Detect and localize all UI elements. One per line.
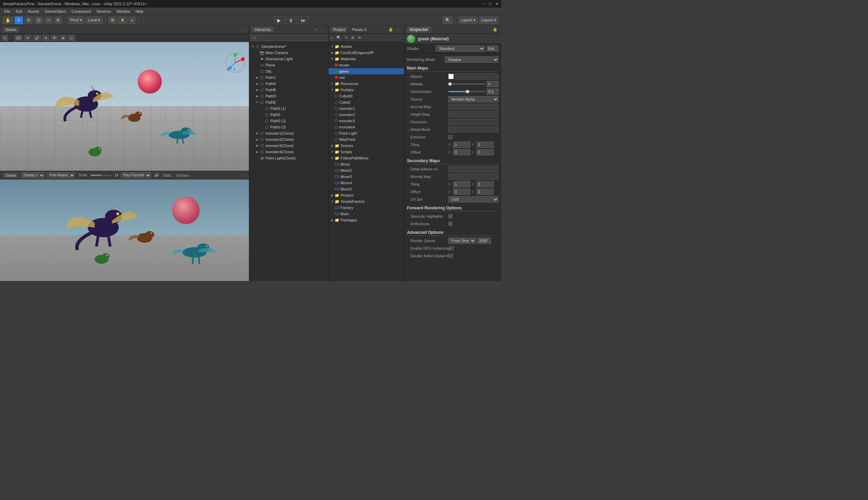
height-map-slot[interactable] <box>448 111 499 117</box>
speaker-btn[interactable]: 🔊 <box>153 173 160 178</box>
double-sided-checkbox[interactable] <box>449 254 453 258</box>
hierarchy-item-monster2[interactable]: ▶ ⬡ monster2(Clone) <box>249 136 328 143</box>
scale-tool[interactable]: ⊡ <box>34 17 43 24</box>
search-btn[interactable]: 🔍 <box>443 17 453 24</box>
project-fourdragons[interactable]: ▶ 📁 FourEvilDragonsHP <box>328 50 404 56</box>
step-button[interactable]: ⏭ <box>298 17 309 24</box>
grid-toggle[interactable]: ⊞ <box>108 17 116 24</box>
project-factory[interactable]: C# Factory <box>328 205 404 211</box>
hierarchy-item-samplescene[interactable]: ▼ ⬡ SampleScene* <box>249 43 328 50</box>
transform-tool[interactable]: ⊞ <box>54 17 62 24</box>
grid-settings[interactable]: ≡ <box>129 17 136 24</box>
layout-btn[interactable]: Layout ▾ <box>479 17 499 24</box>
project-materials[interactable]: ▼ 📁 Materials <box>328 56 404 62</box>
rendering-mode-select[interactable]: Opaque <box>445 56 499 63</box>
project-add-btn[interactable]: + <box>330 35 334 40</box>
project-pointlight[interactable]: ⬡ Point Light <box>328 130 404 136</box>
albedo-swatch[interactable] <box>448 74 454 79</box>
menu-assets[interactable]: Assets <box>25 9 42 14</box>
emission-checkbox[interactable] <box>448 135 452 139</box>
hierarchy-item-pointlight[interactable]: ⊙ Point Light(Clone) <box>249 155 328 161</box>
hierarchy-item-monster1[interactable]: ▶ ⬡ monster1(Clone) <box>249 130 328 136</box>
project-packages[interactable]: ▶ 📁 Packages <box>328 217 404 223</box>
hierarchy-item-path0-2[interactable]: ⬡ Path0 (2) <box>249 118 328 124</box>
maximize-btn[interactable]: □ <box>489 2 491 6</box>
hierarchy-item-dirlight[interactable]: ☀ Directional Light <box>249 56 328 62</box>
detail-albedo-slot[interactable] <box>448 166 499 172</box>
hierarchy-item-pathe[interactable]: ▼ ⬡ PathE <box>249 99 328 105</box>
panel-menu-btn[interactable]: ⋮ <box>242 27 246 32</box>
render-queue-select[interactable]: From Shader <box>448 238 476 244</box>
shader-select[interactable]: Standard <box>436 45 485 52</box>
project-monster4[interactable]: ⬡ monster4 <box>328 124 404 130</box>
project-settings-btn[interactable]: ⚙ <box>357 35 362 40</box>
tiling2-x-input[interactable] <box>453 181 470 187</box>
project-scenes[interactable]: ▶ 📁 Scenes <box>328 143 404 149</box>
project-refresh-btn[interactable]: ↻ <box>344 35 349 40</box>
menu-gameobject[interactable]: GameObject <box>42 9 69 14</box>
play-focused-select[interactable]: Play Focused <box>121 172 151 178</box>
close-btn[interactable]: ✕ <box>495 2 499 6</box>
hierarchy-item-monster3[interactable]: ▶ ⬡ monster3(Clone) <box>249 143 328 149</box>
project-product[interactable]: ▶ 📁 Product <box>328 192 404 198</box>
offset-x-input[interactable]: 0 <box>453 149 470 155</box>
menu-edit[interactable]: Edit <box>13 9 25 14</box>
inspector-lock-btn[interactable]: 🔒 <box>492 27 499 32</box>
rect-tool[interactable]: ▭ <box>44 17 53 24</box>
view-tool-btn[interactable]: ⊙ <box>1 35 8 41</box>
aspect-select[interactable]: Free Aspect <box>47 172 75 178</box>
specular-checkbox[interactable]: ✓ <box>448 214 452 218</box>
project-move4[interactable]: C# Move4 <box>328 180 404 186</box>
project-material-red[interactable]: red <box>328 74 404 81</box>
2d-btn[interactable]: 2D <box>14 35 23 41</box>
stats-btn[interactable]: Stats <box>162 173 173 178</box>
project-move2[interactable]: C# Move2 <box>328 167 404 174</box>
project-scripts[interactable]: ▼ 📁 Scripts <box>328 149 404 155</box>
project-followpath[interactable]: ▼ 📁 FollowPathMove <box>328 155 404 161</box>
project-cube00[interactable]: ⬡ Cube00 <box>328 93 404 99</box>
pause-button[interactable]: ⏸ <box>285 17 296 24</box>
hierarchy-search-input[interactable] <box>251 35 327 41</box>
plastic-tab[interactable]: Plastic S <box>350 27 369 32</box>
project-monster3[interactable]: ⬡ monster3 <box>328 118 404 124</box>
hierarchy-menu-btn[interactable]: ⋮ <box>320 27 325 32</box>
menu-help[interactable]: Help <box>133 9 146 14</box>
project-resources[interactable]: ▼ 📁 Resources <box>328 81 404 87</box>
render-queue-value[interactable]: 2000 <box>477 238 491 244</box>
play-button[interactable]: ▶ <box>274 17 284 24</box>
hierarchy-tab[interactable]: Hierarchy <box>252 27 274 32</box>
metallic-value-input[interactable]: 0 <box>487 81 499 87</box>
project-prefabs[interactable]: ▼ 📁 Prefabs <box>328 87 404 93</box>
game-tab[interactable]: Game <box>3 173 19 178</box>
hierarchy-item-pathc[interactable]: ▶ ⬡ PathC <box>249 74 328 81</box>
shader-edit-btn[interactable]: Edit... <box>486 45 499 52</box>
hand-tool[interactable]: ✋ <box>3 17 13 24</box>
hierarchy-add-btn[interactable]: + <box>314 27 318 32</box>
source-select[interactable]: Metallic Alpha <box>448 96 499 102</box>
project-search-btn[interactable]: 🔍 <box>335 35 342 40</box>
hierarchy-item-path0[interactable]: ⬡ Path0 <box>249 112 328 118</box>
uv-set-select[interactable]: UV0 <box>448 196 499 202</box>
project-material-brown[interactable]: brown <box>328 62 404 68</box>
normal-map2-slot[interactable] <box>448 174 499 180</box>
panel-options[interactable]: ⋮ <box>242 173 246 177</box>
project-filter-btn[interactable]: ⊞ <box>350 35 355 40</box>
project-cube0[interactable]: ⬡ Cube0 <box>328 99 404 105</box>
smoothness-slider-track[interactable] <box>448 91 485 92</box>
lighting-btn[interactable]: ☀ <box>24 35 31 41</box>
project-simplefactory[interactable]: ▼ 📁 SimpleFactory <box>328 198 404 205</box>
project-waypoint[interactable]: ⬡ WayPoint <box>328 136 404 143</box>
metallic-slider-track[interactable] <box>448 83 485 85</box>
offset-y-input[interactable]: 0 <box>477 149 494 155</box>
hierarchy-item-pathb[interactable]: ▶ ⬡ PathB <box>249 87 328 93</box>
normal-map-slot[interactable] <box>448 104 499 110</box>
game-display-select[interactable]: Display 1 <box>21 172 45 178</box>
audio-btn[interactable]: 🔊 <box>33 35 41 41</box>
rotate-tool[interactable]: ↻ <box>24 17 33 24</box>
scene-tab[interactable]: Scene <box>3 27 19 32</box>
menu-services[interactable]: Services <box>94 9 114 14</box>
hierarchy-item-obj[interactable]: ⬡ Obj <box>249 68 328 74</box>
offset2-y-input[interactable] <box>477 189 494 195</box>
project-move3[interactable]: C# Move3 <box>328 174 404 180</box>
hierarchy-item-path0-3[interactable]: ⬡ Path0 (3) <box>249 124 328 130</box>
